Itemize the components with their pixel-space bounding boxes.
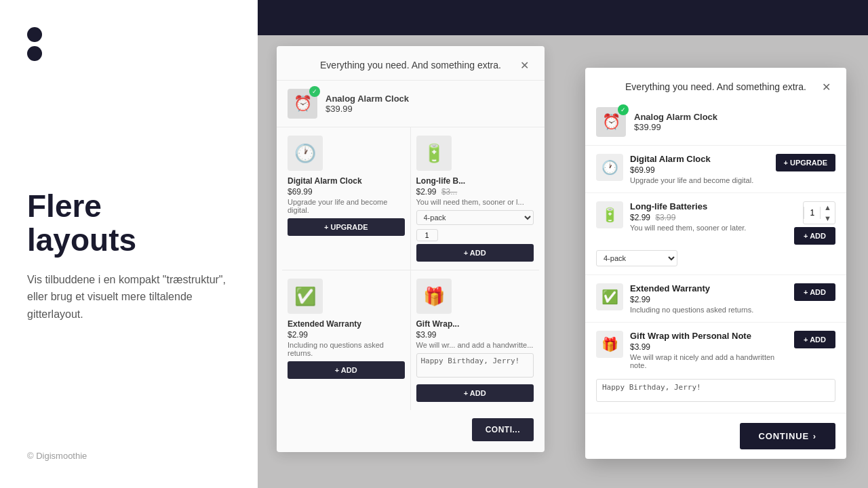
- list-modal: Everything you need. And something extra…: [585, 68, 846, 459]
- list-upsell-2-qty-value: 1: [804, 207, 821, 219]
- upsell-4-add-button[interactable]: + ADD: [416, 384, 534, 402]
- right-panel: Everything you need. And something extra…: [258, 0, 868, 488]
- logo-dot-top: [27, 27, 42, 42]
- left-panel: Flere layouts Vis tilbuddene i en kompak…: [0, 0, 258, 488]
- modal-backdrop: Everything you need. And something extra…: [258, 0, 868, 488]
- list-upsell-3-add-button[interactable]: + ADD: [794, 283, 835, 301]
- logo: [27, 27, 231, 61]
- list-upsell-3: ✅ Extended Warranty $2.99 Including no q…: [585, 275, 846, 323]
- list-upsell-2: 🔋 Long-life Batteries $2.99 $3.99 You wi…: [585, 193, 846, 275]
- upsell-4-price: $3.99: [416, 330, 534, 340]
- copyright: © Digismoothie: [27, 451, 231, 461]
- upsell-3-add-button[interactable]: + ADD: [288, 361, 405, 379]
- list-upsell-2-name: Long-life Batteries: [630, 201, 787, 211]
- list-upsell-2-select[interactable]: 4-pack: [596, 250, 677, 266]
- list-upsell-2-qty-stepper: 1 ▲ ▼: [803, 201, 835, 224]
- grid-upsell-grid: 🕐 Digital Alarm Clock $69.99 Upgrade you…: [277, 127, 545, 410]
- list-upsell-4-price: $3.99: [630, 342, 787, 352]
- upsell-4-desc: We will wr... and add a handwritte...: [416, 341, 534, 349]
- list-continue-arrow: ›: [813, 431, 816, 441]
- list-upsell-4: 🎁 Gift Wrap with Personal Note $3.99 We …: [585, 323, 846, 413]
- upsell-2-qty-row: [416, 229, 534, 241]
- list-continue-button[interactable]: CONTINUE ›: [740, 423, 835, 449]
- list-main-product-price: $39.99: [634, 122, 717, 132]
- upsell-3-price: $2.99: [288, 330, 405, 340]
- list-upsell-2-price: $2.99 $3.99: [630, 213, 787, 222]
- list-upsell-4-desc: We will wrap it nicely and add a handwri…: [630, 353, 787, 369]
- list-main-product-image: ⏰ ✓: [596, 107, 626, 137]
- description: Vis tilbuddene i en kompakt "træstruktur…: [27, 271, 231, 323]
- list-upsell-3-desc: Including no questions asked returns.: [630, 306, 787, 314]
- grid-main-product-image: ⏰ ✓: [288, 89, 317, 119]
- list-upsell-4-image: 🎁: [596, 331, 623, 358]
- list-upsell-2-add-button[interactable]: + ADD: [794, 227, 835, 245]
- grid-upsell-4: 🎁 Gift Wrap... $3.99 We will wr... and a…: [411, 270, 540, 410]
- list-upsell-1-upgrade-button[interactable]: + UPGRADE: [776, 154, 836, 171]
- upsell-2-price: $2.99 $3...: [416, 187, 534, 197]
- upsell-4-name: Gift Wrap...: [416, 319, 534, 329]
- upsell-4-textarea[interactable]: Happy Birthday, Jerry!: [416, 353, 534, 378]
- list-modal-header: Everything you need. And something extra…: [585, 68, 846, 102]
- grid-modal-header: Everything you need. And something extra…: [277, 46, 545, 81]
- grid-upsell-3: ✅ Extended Warranty $2.99 Including no q…: [282, 270, 411, 410]
- upsell-3-image: ✅: [288, 279, 323, 314]
- upsell-2-image: 🔋: [416, 136, 452, 171]
- list-upsell-1: 🕐 Digital Alarm Clock $69.99 Upgrade you…: [585, 146, 846, 193]
- list-upsell-1-image: 🕐: [596, 154, 623, 181]
- upsell-2-name: Long-life B...: [416, 176, 534, 186]
- grid-main-product: ⏰ ✓ Analog Alarm Clock $39.99: [277, 81, 545, 127]
- upsell-3-desc: Including no questions asked returns.: [288, 341, 405, 357]
- list-upsell-1-price: $69.99: [630, 165, 769, 175]
- list-main-product-name: Analog Alarm Clock: [634, 112, 717, 122]
- upsell-1-desc: Upgrade your life and become digital.: [288, 198, 405, 214]
- list-upsell-1-name: Digital Alarm Clock: [630, 154, 769, 164]
- list-upsell-4-add-button[interactable]: + ADD: [794, 331, 835, 348]
- grid-modal-title: Everything you need. And something extra…: [304, 60, 517, 70]
- grid-upsell-2: 🔋 Long-life B... $2.99 $3... You will ne…: [411, 127, 540, 270]
- headline: Flere layouts: [27, 189, 231, 258]
- list-modal-title: Everything you need. And something extra…: [612, 81, 819, 92]
- list-upsell-3-name: Extended Warranty: [630, 283, 787, 293]
- upsell-1-name: Digital Alarm Clock: [288, 176, 405, 186]
- upsell-2-add-button[interactable]: + ADD: [416, 244, 534, 262]
- list-main-product: ⏰ ✓ Analog Alarm Clock $39.99: [585, 102, 846, 146]
- upsell-1-price: $69.99: [288, 187, 405, 197]
- upsell-4-image: 🎁: [416, 279, 452, 314]
- grid-continue-button[interactable]: CONTI...: [472, 418, 534, 441]
- list-modal-close-button[interactable]: ✕: [819, 80, 833, 94]
- list-upsell-4-textarea[interactable]: Happy Birthday, Jerry!: [596, 379, 835, 402]
- list-footer: CONTINUE ›: [585, 413, 846, 459]
- grid-main-product-price: $39.99: [326, 104, 409, 114]
- list-upsell-3-image: ✅: [596, 283, 623, 310]
- logo-dot-bottom: [27, 46, 42, 61]
- list-upsell-2-qty-up[interactable]: ▲: [821, 202, 835, 213]
- left-content: Flere layouts Vis tilbuddene i en kompak…: [27, 189, 231, 323]
- list-upsell-4-name: Gift Wrap with Personal Note: [630, 331, 787, 341]
- upsell-2-qty-input[interactable]: [416, 229, 438, 241]
- check-badge: ✓: [309, 86, 320, 97]
- upsell-1-upgrade-button[interactable]: + UPGRADE: [288, 218, 405, 236]
- grid-upsell-1: 🕐 Digital Alarm Clock $69.99 Upgrade you…: [282, 127, 411, 270]
- list-check-badge: ✓: [618, 104, 629, 115]
- list-upsell-3-price: $2.99: [630, 295, 787, 304]
- upsell-3-name: Extended Warranty: [288, 319, 405, 329]
- grid-modal: Everything you need. And something extra…: [277, 46, 545, 452]
- grid-modal-close-button[interactable]: ✕: [517, 58, 531, 72]
- list-upsell-2-desc: You will need them, sooner or later.: [630, 224, 787, 232]
- upsell-1-image: 🕐: [288, 136, 323, 171]
- upsell-2-desc: You will need them, sooner or l...: [416, 198, 534, 206]
- list-upsell-1-desc: Upgrade your life and become digital.: [630, 176, 769, 184]
- grid-main-product-name: Analog Alarm Clock: [326, 94, 409, 104]
- list-upsell-2-qty-down[interactable]: ▼: [821, 213, 835, 224]
- list-upsell-2-image: 🔋: [596, 201, 623, 228]
- list-continue-label: CONTINUE: [759, 431, 809, 441]
- grid-footer: CONTI...: [277, 410, 545, 441]
- upsell-2-select[interactable]: 4-pack: [416, 210, 534, 225]
